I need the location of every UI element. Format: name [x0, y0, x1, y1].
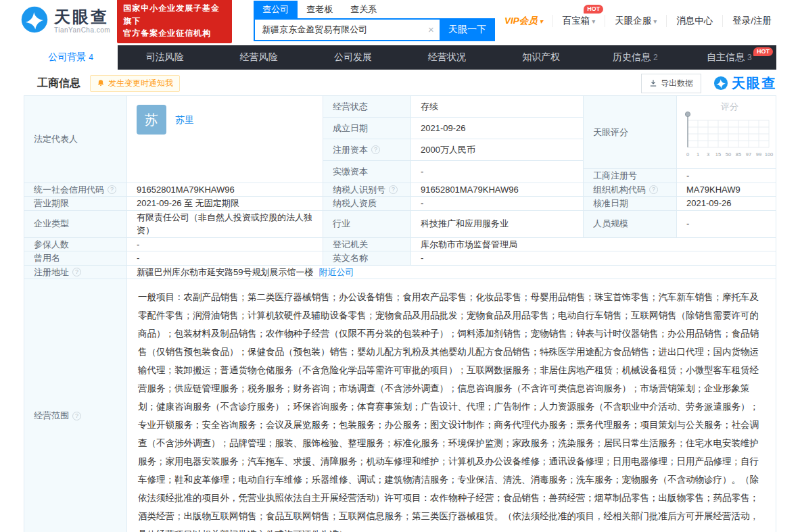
top-header: 天眼查 TianYanCha.com 国家中小企业发展子基金旗下 官方备案企业征… [0, 0, 800, 42]
field-label-org-code: 组织机构代码? [584, 183, 677, 197]
help-icon[interactable]: ? [371, 145, 380, 154]
help-icon[interactable]: ? [72, 412, 81, 420]
help-icon[interactable]: ? [649, 185, 658, 194]
section-title: 工商信息 [37, 76, 80, 91]
field-label-authority: 登记机关 [323, 238, 411, 251]
field-label-reg-no: 工商注册号 [584, 169, 677, 183]
tab-company-development[interactable]: 公司发展 [306, 45, 400, 70]
download-icon [649, 79, 657, 87]
business-info-table: 法定代表人 苏 苏里 经营状态 存续 成立日期 2021-09-26 注册资本? [24, 95, 776, 532]
row-business-scope: 经营范围? 一般项目：农副产品销售；第二类医疗器械销售；办公设备销售；食用农产品… [24, 279, 776, 532]
row-company-type: 企业类型 有限责任公司（非自然人投资或控股的法人独资） 行业 科技推广和应用服务… [24, 211, 776, 238]
hot-badge: HOT [753, 47, 773, 56]
export-data-button[interactable]: 导出数据 [641, 74, 701, 93]
business-info-header: 工商信息 发生变更时通知我 导出数据 天眼查 [24, 70, 776, 93]
company-section-tabs: 公司背景4 司法风险 经营风险 公司发展 经营状况 知识产权 历史信息2 HOT… [24, 45, 776, 70]
field-value-address: 新疆巴州库尔勒市延安路59号规划展示馆一楼 附近公司 [127, 266, 776, 279]
chevron-down-icon: ▾ [592, 18, 595, 25]
help-icon[interactable]: ? [108, 185, 116, 194]
tab-operation-risk[interactable]: 经营风险 [212, 45, 306, 70]
tab-judicial-risk[interactable]: 司法风险 [118, 45, 212, 70]
svg-text:3: 3 [707, 151, 709, 158]
nav-enterprise-service[interactable]: 天眼企服▾ [605, 15, 666, 27]
tab-operation-status[interactable]: 经营状况 [400, 45, 494, 70]
field-label-approve-date: 核准日期 [584, 197, 677, 210]
svg-text:50: 50 [726, 151, 731, 158]
search-tab-company[interactable]: 查公司 [254, 1, 298, 18]
search-input[interactable] [255, 20, 440, 40]
tab-self-info[interactable]: HOT 自主信息3 [682, 45, 776, 70]
search-tab-relation[interactable]: 查关系 [342, 1, 385, 18]
field-label-taxpayer-id: 纳税人识别号? [323, 183, 411, 197]
field-value-company-type: 有限责任公司（非自然人投资或控股的法人独资） [127, 211, 323, 237]
chevron-down-icon: ▾ [653, 18, 657, 25]
field-value-industry: 科技推广和应用服务业 [411, 211, 584, 237]
field-value-org-code: MA79KHAW9 [677, 183, 776, 197]
nav-vip[interactable]: VIP会员▾ [495, 15, 552, 27]
svg-text:85: 85 [736, 151, 741, 158]
change-notify-button[interactable]: 发生变更时通知我 [90, 75, 180, 92]
nav-login-register[interactable]: 登录/注册 [722, 15, 781, 27]
field-value-paid-capital: - [411, 161, 584, 182]
certification-badge: 国家中小企业发展子基金旗下 官方备案企业征信机构 [117, 0, 232, 43]
field-value-legal-rep: 苏 苏里 [127, 96, 323, 183]
field-value-former-name: - [127, 251, 323, 265]
tab-intellectual-property[interactable]: 知识产权 [494, 45, 588, 70]
brand-domain: TianYanCha.com [54, 26, 110, 34]
svg-text:99: 99 [756, 151, 761, 158]
field-label-insured: 参保人数 [24, 238, 127, 251]
field-value-est-date: 2021-09-26 [411, 118, 584, 139]
clear-icon[interactable]: × [428, 24, 434, 35]
row-business-term: 营业期限 2021-09-26 至 无固定期限 纳税人资质 - 核准日期 202… [24, 197, 776, 211]
field-label-staff-size: 人员规模 [584, 211, 677, 237]
help-icon[interactable]: ? [389, 185, 398, 194]
field-value-taxpayer-id: 91652801MA79KHAW96 [411, 183, 584, 197]
field-value-reg-capital: 2000万人民币 [411, 139, 584, 160]
field-label-est-date: 成立日期 [323, 118, 411, 139]
nearby-companies-link[interactable]: 附近公司 [319, 266, 354, 279]
field-label-tianyan-score: 天眼评分 [584, 96, 677, 168]
tab-company-background[interactable]: 公司背景4 [24, 45, 118, 70]
field-label-term: 营业期限 [24, 197, 127, 210]
bell-icon [97, 79, 105, 87]
field-value-staff-size: - [677, 211, 776, 237]
tianyancha-watermark: 天眼查 [713, 74, 776, 93]
svg-text:15: 15 [715, 151, 721, 158]
nav-message-center[interactable]: 消息中心 [666, 15, 722, 27]
field-value-insured: - [127, 238, 323, 251]
search-button[interactable]: 天眼一下 [440, 18, 495, 41]
search-area: 查公司 查老板 查关系 × 天眼一下 [254, 1, 495, 41]
legal-rep-link[interactable]: 苏里 [175, 113, 194, 127]
help-icon[interactable]: ? [72, 268, 81, 276]
field-label-company-type: 企业类型 [24, 211, 127, 237]
row-legal-representative: 法定代表人 苏 苏里 经营状态 存续 成立日期 2021-09-26 注册资本? [24, 96, 776, 183]
field-label-scope: 经营范围? [24, 279, 127, 532]
tianyancha-logo[interactable]: 天眼查 TianYanCha.com [20, 5, 110, 37]
hot-badge: HOT [584, 5, 603, 14]
field-label-reg-status: 经营状态 [323, 96, 411, 117]
tab-history-info[interactable]: 历史信息2 [588, 45, 682, 70]
brand-name: 天眼查 [54, 9, 110, 25]
field-label-credit-code: 统一社会信用代码? [24, 183, 127, 197]
row-insured: 参保人数 - 登记机关 库尔勒市市场监督管理局 [24, 238, 776, 252]
nav-toolbox[interactable]: HOT 百宝箱▾ [552, 15, 605, 27]
field-value-scope: 一般项目：农副产品销售；第二类医疗器械销售；办公设备销售；食用农产品零售；化妆品… [127, 279, 776, 532]
score-marker-pin [685, 112, 690, 116]
score-chart: 评分 [677, 96, 776, 168]
field-label-former-name: 曾用名 [24, 251, 127, 265]
svg-text:100: 100 [765, 151, 774, 158]
field-label-paid-capital: 实缴资本 [323, 161, 411, 182]
svg-text:97: 97 [746, 151, 751, 158]
search-tab-boss[interactable]: 查老板 [298, 1, 342, 18]
chevron-down-icon: ▾ [540, 18, 543, 25]
svg-text:0: 0 [686, 151, 689, 158]
field-label-legal-rep: 法定代表人 [24, 96, 127, 183]
svg-text:1: 1 [697, 151, 699, 158]
header-nav: VIP会员▾ HOT 百宝箱▾ 天眼企服▾ 消息中心 登录/注册 [495, 15, 781, 27]
field-label-industry: 行业 [323, 211, 411, 237]
field-value-term: 2021-09-26 至 无固定期限 [127, 197, 323, 210]
avatar[interactable]: 苏 [137, 105, 166, 135]
field-value-authority: 库尔勒市市场监督管理局 [411, 238, 776, 251]
field-label-english-name: 英文名称 [323, 251, 411, 265]
field-value-reg-no: - [677, 169, 776, 183]
